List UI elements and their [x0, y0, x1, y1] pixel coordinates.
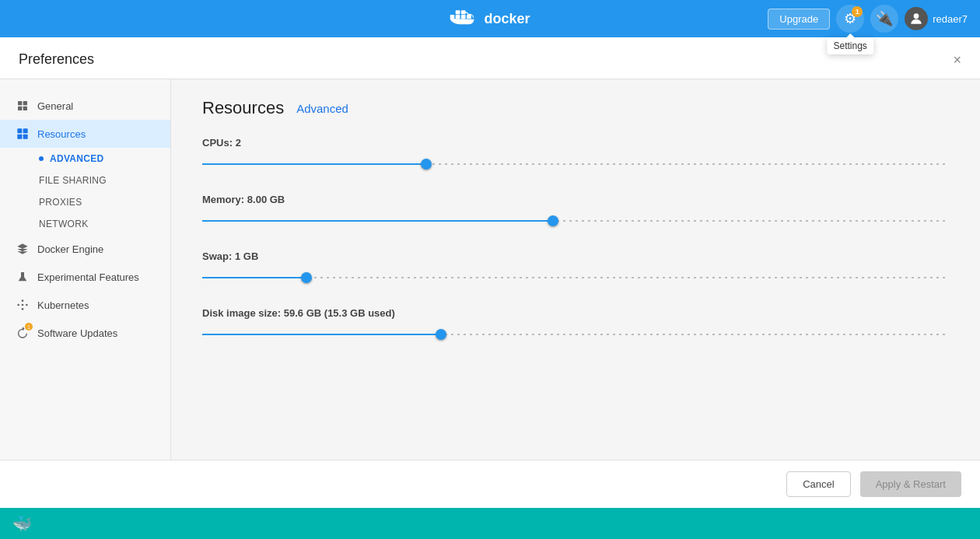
swap-track-line	[202, 277, 949, 278]
kubernetes-label: Kubernetes	[37, 299, 89, 311]
cpu-label: CPUs: 2	[202, 137, 949, 149]
preferences-title: Preferences	[19, 51, 94, 68]
preferences-panel: Preferences × General Resources	[0, 37, 980, 508]
svg-rect-9	[23, 101, 27, 105]
whale-icon: 🐳	[12, 514, 32, 533]
disk-fill	[202, 334, 441, 335]
sidebar-item-resources[interactable]: Resources	[0, 120, 170, 148]
content-header: Resources Advanced	[202, 98, 949, 118]
svg-point-16	[22, 304, 24, 306]
software-updates-icon: 1	[16, 326, 30, 340]
bottom-bar: 🐳	[0, 508, 980, 539]
notification-badge: 1	[852, 6, 863, 17]
close-button[interactable]: ×	[953, 53, 961, 67]
disk-track-line	[202, 334, 949, 335]
update-badge: 1	[25, 323, 33, 331]
file-sharing-label: FILE SHARING	[39, 175, 107, 186]
general-label: General	[37, 100, 73, 112]
sidebar-item-docker-engine[interactable]: Docker Engine	[0, 235, 170, 263]
content-title: Resources	[202, 98, 284, 118]
docker-logo-icon	[450, 8, 478, 30]
swap-fill	[202, 277, 306, 278]
memory-control: Memory: 8.00 GB	[202, 194, 949, 229]
memory-slider-track	[202, 213, 949, 229]
sidebar-subitem-network[interactable]: NETWORK	[0, 213, 170, 235]
cpu-thumb[interactable]	[421, 159, 432, 170]
swap-slider-track	[202, 270, 949, 285]
memory-value: 8.00 GB	[247, 194, 285, 205]
advanced-label: ADVANCED	[50, 153, 104, 164]
active-dot	[39, 156, 44, 161]
cpu-track-line	[202, 163, 949, 165]
disk-label: Disk image size: 59.6 GB (15.3 GB used)	[202, 307, 949, 319]
app-name: docker	[484, 11, 530, 27]
avatar	[905, 7, 928, 30]
experimental-icon	[16, 270, 30, 284]
cpu-value: 2	[236, 137, 241, 149]
svg-rect-15	[23, 135, 28, 139]
sidebar-subitem-file-sharing[interactable]: FILE SHARING	[0, 170, 170, 191]
svg-rect-13	[23, 128, 28, 133]
svg-rect-1	[456, 15, 460, 19]
username-label: redaer7	[933, 13, 968, 25]
sidebar-subitem-proxies[interactable]: PROXIES	[0, 191, 170, 213]
kubernetes-icon	[16, 298, 30, 312]
disk-thumb[interactable]	[436, 329, 446, 340]
apply-restart-button[interactable]: Apply & Restart	[860, 471, 961, 497]
memory-track-line	[202, 220, 949, 222]
proxies-label: PROXIES	[39, 197, 82, 208]
puzzle-icon: 🔌	[876, 10, 893, 27]
memory-thumb[interactable]	[548, 215, 558, 226]
settings-tooltip: Settings	[828, 37, 873, 54]
advanced-tab[interactable]: Advanced	[296, 102, 348, 115]
sidebar-item-experimental[interactable]: Experimental Features	[0, 263, 170, 291]
swap-label: Swap: 1 GB	[202, 250, 949, 262]
svg-rect-2	[461, 15, 466, 19]
sidebar-item-general[interactable]: General	[0, 92, 170, 120]
svg-rect-0	[450, 15, 454, 19]
swap-control: Swap: 1 GB	[202, 250, 949, 285]
app-logo: docker	[450, 8, 530, 30]
topbar-actions: Upgrade ⚙ 1 Settings 🔌 redaer7	[768, 5, 968, 33]
svg-point-17	[22, 299, 24, 302]
swap-thumb[interactable]	[301, 272, 312, 283]
sidebar: General Resources ADVANCED FILE SHARING	[0, 79, 171, 460]
svg-point-19	[17, 304, 19, 306]
disk-control: Disk image size: 59.6 GB (15.3 GB used)	[202, 307, 949, 342]
extension-button[interactable]: 🔌	[870, 5, 898, 33]
docker-engine-icon	[16, 242, 30, 256]
sidebar-item-kubernetes[interactable]: Kubernetes	[0, 291, 170, 319]
sidebar-subitem-advanced[interactable]: ADVANCED	[0, 148, 170, 170]
experimental-label: Experimental Features	[37, 271, 139, 283]
cancel-button[interactable]: Cancel	[786, 471, 850, 497]
general-icon	[16, 99, 30, 113]
disk-slider-track	[202, 327, 949, 342]
svg-point-7	[914, 13, 919, 19]
svg-point-20	[26, 304, 28, 306]
preferences-body: General Resources ADVANCED FILE SHARING	[0, 79, 980, 460]
cpu-control: CPUs: 2	[202, 137, 949, 172]
sidebar-item-software-updates[interactable]: 1 Software Updates	[0, 319, 170, 347]
docker-engine-label: Docker Engine	[37, 243, 103, 255]
settings-button[interactable]: ⚙ 1 Settings	[836, 5, 864, 33]
network-label: NETWORK	[39, 219, 88, 229]
content-area: Resources Advanced CPUs: 2	[171, 79, 980, 460]
svg-point-18	[22, 308, 24, 310]
svg-rect-14	[17, 135, 22, 139]
upgrade-button[interactable]: Upgrade	[768, 9, 830, 30]
svg-rect-3	[467, 15, 471, 19]
swap-value: 1 GB	[235, 250, 258, 262]
svg-rect-8	[18, 101, 22, 105]
resources-label: Resources	[37, 128, 86, 140]
memory-label: Memory: 8.00 GB	[202, 194, 949, 205]
cpu-slider-track	[202, 156, 949, 172]
software-updates-label: Software Updates	[37, 327, 117, 339]
sidebar-subitems: ADVANCED FILE SHARING PROXIES NETWORK	[0, 148, 170, 235]
memory-fill	[202, 220, 553, 222]
svg-rect-10	[18, 107, 22, 110]
footer: Cancel Apply & Restart	[0, 460, 980, 508]
cpu-fill	[202, 163, 426, 165]
svg-rect-12	[17, 128, 22, 133]
user-menu[interactable]: redaer7	[905, 7, 968, 30]
resources-icon	[16, 127, 30, 141]
